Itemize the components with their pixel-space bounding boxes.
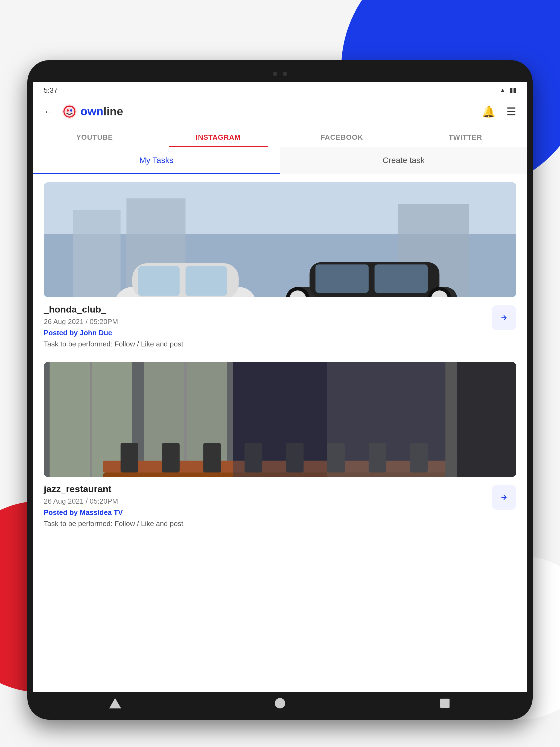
honda-posted-label: Posted by (44, 329, 78, 337)
notification-bell-icon[interactable]: 🔔 (482, 105, 495, 118)
restaurant-posted-by: Posted by MassIdea TV (44, 508, 486, 517)
nav-home-button[interactable] (275, 698, 285, 709)
status-icons: ▲ ▮▮ (500, 87, 516, 94)
logo-line: line (103, 105, 123, 118)
tab-facebook[interactable]: FACEBOOK (280, 125, 404, 147)
screen: 5:37 ▲ ▮▮ ← (33, 82, 527, 692)
tab-create-task[interactable]: Create task (280, 147, 527, 174)
home-circle-icon (275, 698, 285, 709)
arrow-right-icon (499, 313, 509, 323)
svg-rect-14 (185, 266, 227, 296)
restaurant-img (44, 362, 516, 477)
wifi-icon: ▲ (500, 87, 506, 94)
tablet-frame: 5:37 ▲ ▮▮ ← (27, 60, 533, 720)
svg-rect-13 (138, 266, 180, 296)
restaurant-svg (44, 362, 516, 477)
honda-task-info: _honda_club_ 26 Aug 2021 / 05:20PM Poste… (44, 304, 516, 349)
nav-recent-button[interactable] (439, 698, 450, 709)
back-triangle-icon (109, 698, 121, 709)
camera-dot (273, 72, 277, 76)
camera-dot-2 (283, 72, 287, 76)
back-button[interactable]: ← (44, 106, 54, 117)
svg-rect-45 (184, 362, 187, 477)
camera-bar (33, 66, 527, 82)
honda-task-image: RE20 XXO (44, 182, 516, 297)
bottom-nav (33, 692, 527, 714)
car-svg: RE20 XXO (44, 182, 516, 297)
svg-rect-58 (162, 443, 180, 472)
tablet-inner: 5:37 ▲ ▮▮ ← (33, 66, 527, 714)
restaurant-arrow-icon (499, 492, 509, 502)
hamburger-menu-icon[interactable]: ☰ (506, 105, 516, 118)
content-area: RE20 XXO _honda_club_ 26 Aug 2021 / 05:2… (33, 174, 527, 692)
action-tabs: My Tasks Create task (33, 147, 527, 174)
recent-square-icon (440, 699, 450, 708)
tab-my-tasks[interactable]: My Tasks (33, 147, 280, 174)
nav-left: ← ownline (44, 104, 123, 119)
svg-point-3 (70, 109, 72, 111)
honda-posted-name: John Due (80, 329, 112, 337)
battery-icon: ▮▮ (510, 87, 516, 94)
svg-rect-74 (327, 362, 446, 477)
svg-rect-25 (375, 265, 428, 293)
restaurant-task-date: 26 Aug 2021 / 05:20PM (44, 497, 486, 506)
restaurant-posted-label: Posted by (44, 508, 78, 516)
page-wrapper: 5:37 ▲ ▮▮ ← (0, 0, 560, 747)
restaurant-task-action: Task to be performed: Follow / Like and … (44, 519, 486, 528)
tab-instagram[interactable]: INSTAGRAM (156, 125, 280, 147)
svg-point-2 (67, 109, 69, 111)
restaurant-arrow-button[interactable] (492, 485, 516, 510)
tab-twitter[interactable]: TWITTER (404, 125, 527, 147)
task-card-honda: RE20 XXO _honda_club_ 26 Aug 2021 / 05:2… (44, 182, 516, 349)
svg-rect-44 (90, 362, 92, 477)
platform-tabs: YOUTUBE INSTAGRAM FACEBOOK TWITTER (33, 125, 527, 147)
restaurant-task-info: jazz_restaurant 26 Aug 2021 / 05:20PM Po… (44, 484, 516, 528)
logo-container: ownline (62, 104, 123, 119)
restaurant-posted-name: MassIdea TV (80, 508, 123, 516)
svg-rect-72 (446, 362, 457, 477)
svg-rect-6 (73, 210, 121, 297)
status-time: 5:37 (44, 86, 58, 95)
svg-rect-57 (121, 443, 138, 472)
honda-task-details: _honda_club_ 26 Aug 2021 / 05:20PM Poste… (44, 304, 486, 349)
tab-youtube[interactable]: YOUTUBE (33, 125, 156, 147)
svg-rect-59 (203, 443, 221, 472)
nav-back-button[interactable] (110, 698, 121, 709)
restaurant-task-image (44, 362, 516, 477)
restaurant-task-details: jazz_restaurant 26 Aug 2021 / 05:20PM Po… (44, 484, 486, 528)
honda-task-action: Task to be performed: Follow / Like and … (44, 340, 486, 349)
top-nav: ← ownline (33, 98, 527, 125)
honda-task-date: 26 Aug 2021 / 05:20PM (44, 317, 486, 326)
svg-rect-24 (315, 265, 368, 293)
honda-account-name: _honda_club_ (44, 304, 486, 315)
logo-own: own (80, 105, 103, 118)
honda-posted-by: Posted by John Due (44, 329, 486, 337)
honda-arrow-button[interactable] (492, 305, 516, 330)
nav-right: 🔔 ☰ (482, 105, 516, 118)
status-bar: 5:37 ▲ ▮▮ (33, 82, 527, 98)
cars-image: RE20 XXO (44, 182, 516, 297)
task-card-restaurant: jazz_restaurant 26 Aug 2021 / 05:20PM Po… (44, 362, 516, 528)
logo-text: ownline (80, 105, 123, 118)
restaurant-account-name: jazz_restaurant (44, 484, 486, 494)
logo-icon (62, 104, 77, 119)
